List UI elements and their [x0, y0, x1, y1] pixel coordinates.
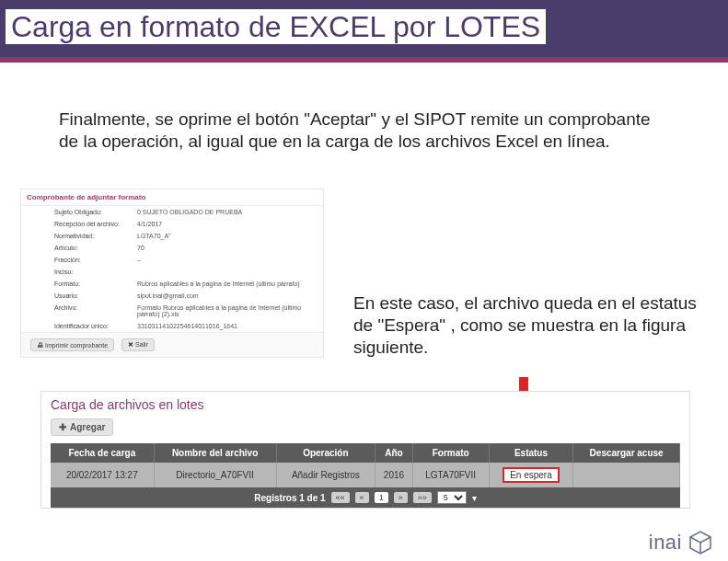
cell-nombre: Directorio_A70FVII — [154, 463, 276, 487]
status-badge: En espera — [503, 467, 560, 483]
receipt-row: Normatividad:LGTA70_A" — [21, 230, 323, 242]
receipt-row: Usuario:sipot.inai@gmail.com — [21, 290, 323, 302]
print-receipt-button[interactable]: 🖶 Imprimir comprobante — [30, 338, 114, 351]
receipt-row: Identificador único:33103114102254614011… — [21, 320, 323, 332]
receipt-panel: Comprobante de adjuntar formato Sujeto O… — [20, 189, 324, 358]
receipt-key: Normatividad: — [54, 233, 137, 239]
add-button[interactable]: ✚ Agregar — [51, 418, 113, 436]
exit-label: Salir — [135, 341, 148, 348]
receipt-value: – — [137, 257, 314, 263]
receipt-key: Artículo: — [54, 245, 137, 251]
receipt-key: Usuario: — [54, 292, 137, 299]
receipt-key: Sujeto Obligado: — [54, 209, 137, 215]
plus-icon: ✚ — [59, 422, 66, 432]
table-header: Formato — [412, 443, 489, 463]
receipt-value: sipot.inai@gmail.com — [137, 292, 314, 299]
receipt-row: Recepción del archivo:4/1/2017 — [21, 218, 323, 230]
receipt-key: Recepción del archivo: — [54, 221, 137, 227]
receipt-value: 0 SUJETO OBLIGADO DE PRUEBA — [137, 209, 314, 215]
receipt-title: Comprobante de adjuntar formato — [21, 189, 323, 206]
add-label: Agregar — [70, 422, 105, 432]
cube-icon — [688, 530, 713, 555]
paginator-label: Registros 1 de 1 — [254, 493, 325, 503]
next-page-button[interactable]: » — [394, 492, 408, 503]
receipt-value: LGTA70_A" — [137, 233, 314, 239]
receipt-row: Formato:Rubros aplicables a la página de… — [21, 278, 323, 290]
inai-logo: inai — [649, 530, 713, 555]
page-title: Carga en formato de EXCEL por LOTES — [6, 9, 546, 44]
cell-acuse — [573, 463, 680, 487]
receipt-value: Formato Rubros aplicables a la pagina de… — [137, 304, 314, 317]
receipt-value: 4/1/2017 — [137, 221, 314, 227]
table-header: Año — [376, 443, 413, 463]
cell-formato: LGTA70FVII — [412, 463, 489, 487]
page-size-select[interactable]: 5 — [437, 491, 467, 504]
logo-text: inai — [649, 531, 682, 555]
receipt-row: Archivo:Formato Rubros aplicables a la p… — [21, 302, 323, 320]
receipt-row: Artículo:70 — [21, 242, 323, 254]
receipt-value: 70 — [137, 245, 314, 251]
receipt-button-bar: 🖶 Imprimir comprobante ✖ Salir — [21, 332, 323, 357]
table-header: Operación — [276, 443, 376, 463]
paginator: Registros 1 de 1 «« « 1 » »» 5 ▾ — [51, 487, 680, 508]
receipt-value: Rubros aplicables a la página de Interne… — [137, 280, 314, 287]
receipt-value — [137, 269, 314, 275]
title-bar: Carga en formato de EXCEL por LOTES — [0, 0, 728, 63]
table-header: Nombre del archivo — [154, 443, 276, 463]
current-page-button[interactable]: 1 — [375, 492, 388, 503]
paragraph-2: En este caso, el archivo queda en el est… — [353, 292, 700, 358]
print-icon: 🖶 — [37, 342, 43, 349]
table-row: 20/02/2017 13:27 Directorio_A70FVII Añad… — [51, 463, 680, 487]
cell-estatus: En espera — [489, 463, 573, 487]
chevron-down-icon: ▾ — [472, 493, 477, 503]
receipt-value: 33103114102254614011016_1641 — [137, 323, 314, 329]
table-header: Fecha de carga — [51, 443, 154, 463]
receipt-key: Fracción: — [54, 257, 137, 263]
receipt-row: Inciso: — [21, 266, 323, 278]
batch-title: Carga de archivos en lotes — [41, 392, 689, 418]
table-header: Descargar acuse — [573, 443, 680, 463]
receipt-key: Inciso: — [54, 269, 137, 275]
table-header-row: Fecha de cargaNombre del archivoOperació… — [51, 443, 680, 463]
prev-page-button[interactable]: « — [355, 492, 369, 503]
print-label: Imprimir comprobante — [45, 342, 108, 349]
batch-upload-panel: Carga de archivos en lotes ✚ Agregar Fec… — [40, 391, 690, 509]
last-page-button[interactable]: »» — [413, 492, 432, 503]
receipt-row: Fracción:– — [21, 254, 323, 266]
receipt-rows: Sujeto Obligado:0 SUJETO OBLIGADO DE PRU… — [21, 206, 323, 332]
exit-button[interactable]: ✖ Salir — [121, 338, 155, 351]
receipt-key: Archivo: — [54, 304, 137, 317]
paragraph-1: Finalmente, se oprime el botón "Aceptar"… — [59, 109, 673, 153]
receipt-row: Sujeto Obligado:0 SUJETO OBLIGADO DE PRU… — [21, 206, 323, 218]
exit-icon: ✖ — [128, 341, 133, 348]
first-page-button[interactable]: «« — [331, 492, 350, 503]
cell-fecha: 20/02/2017 13:27 — [51, 463, 154, 487]
receipt-key: Identificador único: — [54, 323, 137, 329]
table-header: Estatus — [489, 443, 573, 463]
receipt-key: Formato: — [54, 280, 137, 287]
cell-anio: 2016 — [376, 463, 413, 487]
cell-operacion: Añadir Registros — [276, 463, 376, 487]
batch-table: Fecha de cargaNombre del archivoOperació… — [51, 443, 680, 487]
